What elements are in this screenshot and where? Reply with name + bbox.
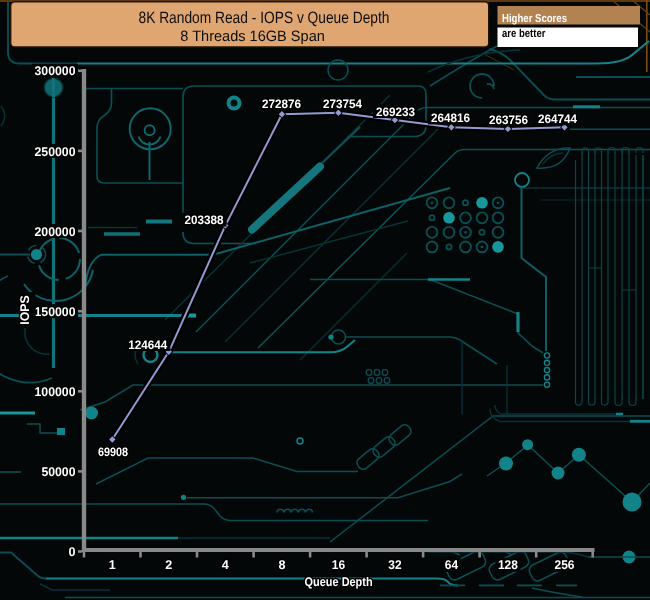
svg-text:272876: 272876	[262, 97, 301, 111]
svg-text:8 Threads 16GB Span: 8 Threads 16GB Span	[180, 28, 325, 45]
svg-text:264816: 264816	[431, 111, 470, 125]
svg-text:69908: 69908	[98, 445, 128, 459]
svg-text:150000: 150000	[35, 305, 76, 319]
svg-text:250000: 250000	[35, 145, 76, 159]
svg-text:2: 2	[165, 558, 172, 572]
svg-text:32: 32	[388, 558, 401, 572]
svg-text:IOPS: IOPS	[18, 295, 32, 325]
svg-text:Queue Depth: Queue Depth	[305, 575, 373, 589]
svg-text:203388: 203388	[185, 213, 224, 227]
svg-text:0: 0	[68, 545, 75, 559]
svg-text:263756: 263756	[489, 113, 528, 127]
svg-text:256: 256	[555, 558, 575, 572]
svg-text:4: 4	[222, 558, 229, 572]
svg-text:269233: 269233	[376, 105, 415, 119]
svg-text:64: 64	[445, 558, 458, 572]
svg-text:are better: are better	[502, 28, 546, 40]
svg-text:200000: 200000	[35, 225, 76, 239]
svg-text:264744: 264744	[538, 112, 577, 126]
svg-text:8K Random Read - IOPS v Queue: 8K Random Read - IOPS v Queue Depth	[139, 9, 390, 27]
svg-text:16: 16	[332, 558, 345, 572]
svg-text:100000: 100000	[35, 385, 76, 399]
svg-text:1: 1	[109, 558, 116, 572]
svg-text:Higher Scores: Higher Scores	[502, 13, 567, 25]
svg-text:128: 128	[498, 558, 518, 572]
svg-text:124644: 124644	[128, 338, 167, 352]
svg-text:8: 8	[278, 558, 285, 572]
svg-text:273754: 273754	[323, 97, 362, 111]
svg-text:50000: 50000	[41, 465, 75, 479]
svg-text:300000: 300000	[35, 64, 76, 78]
